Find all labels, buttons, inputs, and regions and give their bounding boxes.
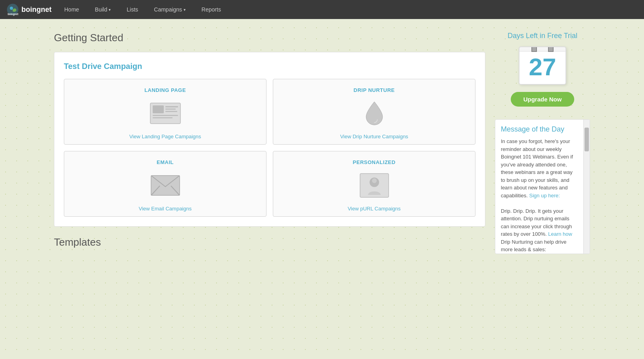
calendar-ring-right	[548, 46, 554, 52]
motd-widget: Message of the Day In case you forgot, h…	[495, 119, 590, 254]
svg-rect-4	[153, 105, 164, 113]
svg-point-13	[372, 178, 377, 183]
right-sidebar: Days Left in Free Trial 27 Upgrade Now M…	[495, 32, 590, 254]
free-trial-widget: Days Left in Free Trial 27 Upgrade Now	[495, 32, 590, 107]
campaign-grid: LANDING PAGE View Landing Page Campai	[64, 79, 475, 217]
email-tile[interactable]: EMAIL View Email Campaigns	[64, 151, 266, 217]
svg-rect-6	[165, 109, 176, 110]
sign-up-link[interactable]: Sign up here:	[529, 193, 560, 199]
calendar-rings	[519, 46, 565, 52]
svg-text:boingnet: boingnet	[8, 13, 19, 16]
learn-how-link[interactable]: Learn how	[548, 231, 572, 237]
purl-label: PERSONALIZED	[353, 159, 396, 165]
landing-page-label: LANDING PAGE	[144, 87, 186, 93]
purl-icon	[358, 172, 390, 199]
view-email-link[interactable]: View Email Campaigns	[139, 206, 192, 212]
getting-started-card: Test Drive Campaign LANDING PAGE	[54, 52, 485, 227]
drip-nurture-svg	[363, 100, 385, 126]
drip-nurture-icon	[358, 99, 390, 127]
svg-rect-5	[165, 106, 178, 107]
calendar-widget: 27	[519, 46, 566, 85]
logo[interactable]: boingnet boingnet	[6, 3, 52, 16]
svg-rect-9	[153, 117, 172, 118]
svg-rect-7	[165, 111, 177, 112]
templates-title: Templates	[54, 236, 485, 248]
landing-page-tile[interactable]: LANDING PAGE View Landing Page Campai	[64, 79, 266, 145]
calendar-ring-left	[531, 46, 537, 52]
email-icon	[150, 172, 181, 199]
main-area: Getting Started Test Drive Campaign LAND…	[54, 32, 485, 254]
motd-title: Message of the Day	[501, 125, 584, 134]
nav-build[interactable]: Build	[92, 5, 114, 14]
nav-campaigns[interactable]: Campaigns	[151, 5, 189, 14]
main-nav: boingnet boingnet Home Build Lists Campa…	[0, 0, 644, 19]
drip-nurture-tile[interactable]: DRIP NURTURE View Drip Nurture Campaigns	[273, 79, 475, 145]
landing-page-svg	[150, 101, 181, 126]
free-trial-title: Days Left in Free Trial	[495, 32, 590, 40]
motd-scroll-thumb	[585, 128, 589, 151]
motd-paragraph-1: In case you forgot, here's your reminder…	[501, 137, 577, 199]
nav-home[interactable]: Home	[61, 5, 82, 14]
purl-svg	[359, 173, 389, 198]
svg-rect-8	[153, 115, 178, 116]
nav-lists[interactable]: Lists	[123, 5, 141, 14]
view-landing-page-link[interactable]: View Landing Page Campaigns	[129, 134, 201, 139]
test-drive-title: Test Drive Campaign	[64, 62, 475, 71]
view-purl-link[interactable]: View pURL Campaigns	[348, 206, 401, 212]
logo-icon: boingnet	[6, 3, 19, 16]
purl-tile[interactable]: PERSONALIZED View pURL Campaigns	[273, 151, 475, 217]
svg-point-1	[10, 7, 13, 10]
landing-page-icon	[150, 99, 181, 127]
upgrade-now-button[interactable]: Upgrade Now	[511, 92, 574, 107]
drip-nurture-label: DRIP NURTURE	[354, 87, 395, 93]
view-drip-nurture-link[interactable]: View Drip Nurture Campaigns	[340, 134, 408, 139]
motd-content: In case you forgot, here's your reminder…	[501, 137, 584, 254]
email-label: EMAIL	[157, 159, 174, 165]
email-svg	[150, 174, 180, 197]
logo-text: boingnet	[21, 6, 52, 14]
motd-scrollbar[interactable]	[583, 120, 590, 254]
motd-paragraph-2: Drip. Drip. Drip. It gets your attention…	[501, 207, 577, 254]
page-title: Getting Started	[54, 32, 485, 44]
nav-reports[interactable]: Reports	[198, 5, 224, 14]
days-remaining: 27	[519, 51, 565, 84]
